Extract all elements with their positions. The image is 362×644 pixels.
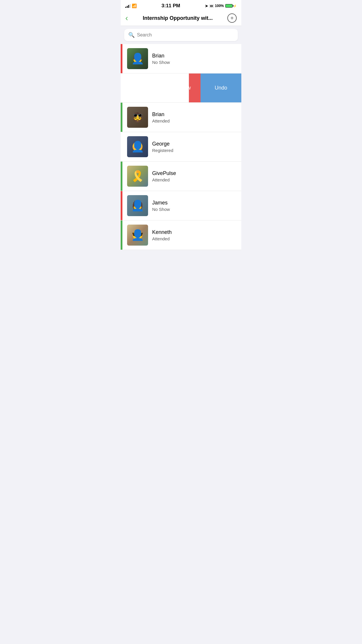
list-item[interactable]: 😊 George Registered — [121, 132, 241, 162]
item-name: James — [152, 200, 237, 206]
list-item[interactable]: 😎 Kenneth Attended — [121, 220, 241, 250]
signal-icon — [125, 4, 131, 8]
status-indicator — [121, 103, 122, 132]
avatar: 🧑 — [127, 195, 148, 216]
search-bar: 🔍 — [124, 29, 238, 41]
swipe-item-content: 🧑 rman — [121, 74, 189, 103]
avatar: 🧔 — [127, 107, 148, 128]
item-info: Brian Attended — [152, 111, 237, 123]
avatar: 👨 — [127, 48, 148, 69]
status-left: 📶 — [125, 4, 137, 8]
item-info: rman — [121, 85, 184, 92]
list-item[interactable]: 🧑 James No Show — [121, 191, 241, 220]
status-indicator — [121, 220, 122, 250]
item-info: James No Show — [152, 200, 237, 212]
item-status: No Show — [152, 207, 237, 212]
wifi-icon: 📶 — [132, 4, 137, 8]
status-indicator — [121, 132, 122, 161]
list-item[interactable]: 🎗️ GivePulse Attended — [121, 162, 241, 191]
item-name: Brian — [152, 53, 237, 59]
list-item[interactable]: 👨 Brian No Show — [121, 44, 241, 74]
add-icon: + — [230, 15, 234, 22]
search-container: 🔍 — [121, 26, 241, 44]
back-button[interactable]: ‹ — [125, 14, 128, 22]
status-bar: 📶 3:11 PM ➤ ⯵ 100% ⚡ — [121, 0, 241, 10]
item-info: Kenneth Attended — [152, 229, 237, 241]
item-status: Attended — [152, 236, 237, 241]
search-icon: 🔍 — [128, 32, 135, 38]
item-status: No Show — [152, 60, 237, 65]
page-title: Internship Opportunity wit... — [128, 15, 227, 21]
status-right: ➤ ⯵ 100% ⚡ — [205, 4, 237, 8]
avatar: 😎 — [127, 225, 148, 246]
avatar: 🎗️ — [127, 166, 148, 187]
bluetooth-icon: ⯵ — [210, 4, 213, 8]
item-name: George — [152, 141, 237, 147]
item-name: Brian — [152, 111, 237, 118]
item-info: George Registered — [152, 141, 237, 153]
nav-bar: ‹ Internship Opportunity wit... + — [121, 10, 241, 26]
item-name: rman — [121, 85, 184, 91]
add-button[interactable]: + — [227, 13, 237, 23]
item-info: GivePulse Attended — [152, 170, 237, 182]
item-name: Kenneth — [152, 229, 237, 235]
status-time: 3:11 PM — [161, 3, 180, 9]
battery-percent: 100% — [215, 4, 224, 8]
item-status: Attended — [152, 177, 237, 182]
list-item[interactable]: 🧔 Brian Attended — [121, 103, 241, 132]
status-indicator — [121, 191, 122, 220]
location-icon: ➤ — [205, 4, 208, 8]
item-name: GivePulse — [152, 170, 237, 176]
battery-icon: ⚡ — [225, 4, 237, 8]
avatar: 😊 — [127, 136, 148, 157]
attendee-list: 👨 Brian No Show No Show Undo 🧑 rman — [121, 44, 241, 250]
item-info: Brian No Show — [152, 53, 237, 65]
item-status: Registered — [152, 148, 237, 153]
swipe-row[interactable]: No Show Undo 🧑 rman — [121, 74, 241, 103]
status-indicator — [121, 44, 122, 73]
status-indicator — [121, 162, 122, 191]
item-status: Attended — [152, 118, 237, 123]
undo-action-button[interactable]: Undo — [201, 74, 241, 102]
search-input[interactable] — [137, 32, 234, 38]
